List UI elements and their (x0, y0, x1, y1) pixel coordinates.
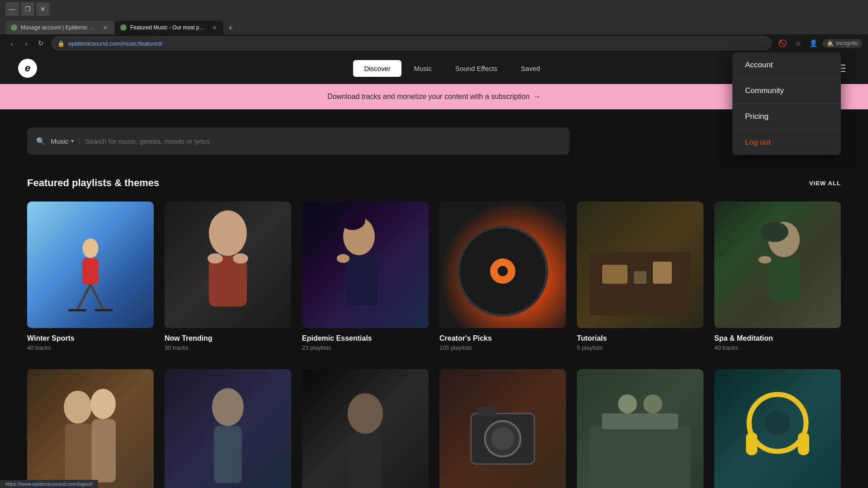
playlist-thumb-epidemic-essentials (302, 202, 429, 328)
playlist-title-spa-meditation: Spa & Meditation (714, 334, 841, 343)
tab-favicon-2 (120, 24, 127, 31)
svg-point-16 (498, 266, 508, 276)
playlist-subtitle-creators-picks: 105 playlists (439, 344, 566, 351)
playlist-subtitle-tutorials: 5 playlists (577, 344, 703, 351)
svg-point-40 (618, 394, 637, 413)
lock-icon: 🔒 (57, 40, 65, 47)
forward-button[interactable]: › (20, 37, 33, 50)
address-bar: ‹ › ↻ 🔒 epidemicsound.com/music/featured… (0, 34, 868, 52)
tab-close-1[interactable]: ✕ (101, 24, 108, 31)
url-bar[interactable]: 🔒 epidemicsound.com/music/featured/ (52, 37, 772, 50)
svg-point-13 (337, 254, 349, 263)
dropdown-menu: Account Community Pricing Log out (732, 52, 841, 155)
nav-saved[interactable]: Saved (510, 60, 551, 77)
tab-title-1: Manage account | Epidemic So... (21, 24, 98, 31)
browser-tab-2[interactable]: Featured Music - Our most pop... ✕ (115, 21, 223, 34)
new-tab-button[interactable]: + (224, 22, 237, 34)
tab-favicon-1 (11, 24, 17, 31)
search-category-selector[interactable]: Music ▾ (51, 137, 80, 145)
silhouette-figure (165, 369, 291, 488)
incognito-badge: 🕵 Incognito (822, 39, 863, 48)
search-bar[interactable]: 🔍 Music ▾ (27, 127, 570, 155)
back-button[interactable]: ‹ (5, 37, 18, 50)
search-input[interactable] (85, 137, 561, 145)
browser-chrome: — ❐ ✕ Manage account | Epidemic So... ✕ … (0, 0, 868, 52)
playlist-thumb-row2-4 (439, 369, 566, 488)
playlist-title-tutorials: Tutorials (577, 334, 703, 343)
playlist-card-winter-sports[interactable]: Winter Sports 40 tracks (27, 202, 154, 351)
no-tracking-button[interactable]: 🚫 (776, 37, 789, 50)
svg-point-25 (759, 256, 771, 263)
svg-point-32 (348, 393, 383, 434)
playlist-subtitle-now-trending: 30 tracks (165, 344, 291, 351)
playlist-grid-row2 (27, 369, 841, 488)
playlist-card-tutorials[interactable]: Tutorials 5 playlists (577, 202, 703, 351)
meditating-figure (714, 202, 841, 328)
playlist-thumb-row2-1 (27, 369, 154, 488)
svg-rect-20 (653, 262, 672, 284)
dropdown-item-community[interactable]: Community (732, 78, 841, 103)
main-nav: Discover Music Sound Effects Saved (73, 60, 831, 77)
svg-line-2 (77, 285, 90, 310)
svg-rect-19 (634, 271, 646, 284)
logo-letter: e (25, 62, 30, 74)
nav-sound-effects[interactable]: Sound Effects (444, 60, 508, 77)
refresh-button[interactable]: ↻ (34, 37, 47, 50)
svg-point-26 (64, 391, 92, 424)
navigation-buttons: ‹ › ↻ (5, 37, 47, 50)
playlist-card-row2-6[interactable] (714, 369, 841, 488)
bookmark-button[interactable]: ☆ (792, 37, 804, 50)
svg-rect-27 (65, 423, 93, 487)
playlist-card-spa-meditation[interactable]: Spa & Meditation 40 tracks (714, 202, 841, 351)
svg-point-0 (82, 239, 98, 258)
playlist-card-row2-2[interactable] (165, 369, 291, 488)
window-minimize-button[interactable]: — (5, 2, 19, 16)
status-bar: https://www.epidemicsound.com/logout/ (0, 480, 98, 488)
svg-rect-33 (349, 434, 382, 488)
dropdown-item-pricing[interactable]: Pricing (732, 104, 841, 129)
svg-rect-18 (602, 265, 627, 284)
browser-tab-1[interactable]: Manage account | Epidemic So... ✕ (5, 21, 114, 34)
couple-figure (27, 369, 154, 488)
svg-rect-37 (477, 407, 496, 416)
svg-rect-39 (602, 413, 678, 429)
svg-point-8 (208, 253, 223, 263)
dropdown-item-logout[interactable]: Log out (732, 130, 841, 155)
svg-rect-38 (590, 426, 691, 488)
window-close-button[interactable]: ✕ (36, 2, 50, 16)
search-category-label: Music (51, 137, 68, 145)
url-text: epidemicsound.com/music/featured/ (68, 40, 162, 47)
nav-discover[interactable]: Discover (353, 60, 401, 77)
playlist-card-row2-5[interactable] (577, 369, 703, 488)
playlist-thumb-row2-3 (302, 369, 429, 488)
craft-scene (577, 202, 703, 328)
main-content: 🔍 Music ▾ Featured playlists & themes VI… (0, 109, 868, 488)
dropdown-item-account[interactable]: Account (732, 52, 841, 78)
woman-figure (302, 202, 429, 328)
svg-point-41 (643, 394, 662, 413)
playlist-card-row2-4[interactable] (439, 369, 566, 488)
playlist-thumb-row2-5 (577, 369, 703, 488)
playlist-card-creators-picks[interactable]: Creator's Picks 105 playlists (439, 202, 566, 351)
desk-scene (577, 369, 703, 488)
playlist-thumb-spa-meditation (714, 202, 841, 328)
status-url: https://www.epidemicsound.com/logout/ (5, 481, 93, 487)
profile-button[interactable]: 👤 (807, 37, 820, 50)
playlist-card-epidemic-essentials[interactable]: Epidemic Essentials 23 playlists (302, 202, 429, 351)
chevron-down-icon: ▾ (71, 138, 74, 144)
svg-rect-1 (82, 258, 98, 285)
svg-point-6 (209, 211, 247, 256)
playlist-card-row2-1[interactable] (27, 369, 154, 488)
logo-wrap[interactable]: e (18, 59, 37, 78)
playlist-subtitle-spa-meditation: 40 tracks (714, 344, 841, 351)
browser-window-controls[interactable]: — ❐ ✕ (5, 2, 50, 16)
window-restore-button[interactable]: ❐ (21, 2, 34, 16)
playlist-title-now-trending: Now Trending (165, 334, 291, 343)
playlist-thumb-winter-sports (27, 202, 154, 328)
nav-music[interactable]: Music (403, 60, 443, 77)
playlist-card-now-trending[interactable]: Now Trending 30 tracks (165, 202, 291, 351)
view-all-button[interactable]: VIEW ALL (809, 180, 841, 187)
playlist-card-row2-3[interactable] (302, 369, 429, 488)
svg-point-11 (340, 211, 365, 230)
tab-close-2[interactable]: ✕ (211, 24, 218, 31)
